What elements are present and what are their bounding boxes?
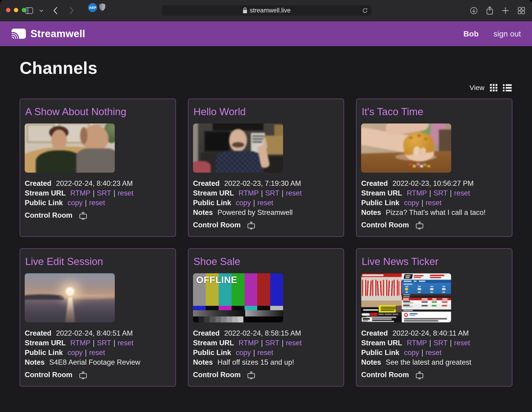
padlock-icon — [243, 7, 247, 14]
public-link-row: Public Link copy|reset — [25, 348, 171, 357]
privacy-shield-icon[interactable] — [99, 3, 106, 12]
created-value: 2022-02-23, 10:56:27 PM — [392, 179, 474, 188]
notes-row: NotesSee the latest and greatest — [361, 357, 507, 367]
public-reset-link[interactable]: reset — [257, 348, 273, 357]
control-room-monitor-icon[interactable] — [415, 221, 424, 229]
created-row: Created2022-02-24, 8:40:11 AM — [361, 328, 507, 338]
url-text: streamwell.live — [250, 7, 290, 14]
rtmp-link[interactable]: RTMP — [238, 339, 259, 347]
app-header: Streamwell Bob sign out — [0, 21, 532, 46]
sidebar-toggle-icon[interactable] — [25, 7, 33, 14]
channel-title[interactable]: Live News Ticker — [361, 256, 507, 267]
channel-title[interactable]: Shoe Sale — [193, 256, 339, 267]
new-tab-icon[interactable] — [502, 7, 509, 15]
streamwell-logo[interactable]: Streamwell — [11, 28, 85, 40]
created-value: 2022-02-24, 8:40:11 AM — [392, 328, 469, 338]
rtmp-link[interactable]: RTMP — [238, 189, 259, 197]
minimize-window-button[interactable] — [14, 8, 18, 12]
list-view-icon[interactable] — [503, 84, 512, 91]
channel-title[interactable]: Live Edit Session — [25, 256, 171, 267]
control-room-monitor-icon[interactable] — [415, 371, 424, 379]
stream-url-row: Stream URL RTMP|SRT|reset — [25, 338, 171, 348]
stream-reset-link[interactable]: reset — [454, 189, 470, 197]
control-room-row: Control Room — [25, 370, 171, 380]
stream-url-row: Stream URL RTMP|SRT|reset — [361, 338, 507, 348]
offline-label: OFFLINE — [196, 275, 237, 285]
sidebar-chevron-down-icon[interactable] — [39, 9, 43, 12]
tab-overview-icon[interactable] — [517, 7, 525, 15]
channel-title[interactable]: Hello World — [193, 106, 339, 117]
rtmp-link[interactable]: RTMP — [70, 189, 90, 197]
public-reset-link[interactable]: reset — [426, 348, 441, 357]
copy-link[interactable]: copy — [236, 199, 251, 207]
adblock-extension-badge[interactable]: ABP — [88, 3, 97, 12]
share-icon[interactable] — [486, 6, 494, 15]
view-label: View — [470, 84, 484, 92]
created-row: Created2022-02-24, 8:40:23 AM — [25, 179, 171, 188]
refresh-icon[interactable] — [362, 7, 368, 14]
channel-thumbnail-offline-test-pattern: OFFLINE — [193, 273, 283, 322]
channel-thumbnail-taco — [361, 123, 451, 173]
srt-link[interactable]: SRT — [433, 189, 447, 197]
user-menu[interactable]: Bob — [463, 29, 479, 38]
channel-card: It's Taco Time — [356, 99, 512, 237]
public-reset-link[interactable]: reset — [89, 348, 105, 357]
channel-grid: A Show About Nothing — [20, 99, 512, 387]
channel-title[interactable]: It's Taco Time — [361, 106, 507, 117]
copy-link[interactable]: copy — [67, 199, 82, 207]
stream-url-row: Stream URL RTMP|SRT|reset — [361, 188, 507, 198]
control-room-monitor-icon[interactable] — [247, 221, 256, 229]
created-value: 2022-02-24, 8:58:15 AM — [224, 328, 301, 338]
srt-link[interactable]: SRT — [433, 339, 447, 347]
rtmp-link[interactable]: RTMP — [407, 339, 427, 347]
address-bar[interactable]: streamwell.live — [161, 5, 372, 16]
srt-link[interactable]: SRT — [97, 189, 111, 197]
public-reset-link[interactable]: reset — [426, 199, 441, 207]
sign-out-link[interactable]: sign out — [494, 29, 521, 38]
control-room-row: Control Room — [193, 370, 339, 380]
channel-thumbnail-sunset — [25, 273, 115, 322]
back-button[interactable] — [53, 7, 58, 15]
created-row: Created2022-02-23, 7:19:30 AM — [193, 179, 339, 188]
public-reset-link[interactable]: reset — [89, 199, 105, 207]
srt-link[interactable]: SRT — [265, 189, 279, 197]
channel-thumbnail-news-broadcast — [361, 273, 451, 322]
channel-thumbnail-webcam — [193, 123, 283, 173]
srt-link[interactable]: SRT — [97, 339, 111, 347]
rtmp-link[interactable]: RTMP — [407, 189, 427, 197]
public-link-row: Public Link copy|reset — [193, 198, 339, 208]
stream-reset-link[interactable]: reset — [454, 339, 470, 347]
notes-value: S4E8 Aerial Footage Review — [49, 357, 140, 367]
copy-link[interactable]: copy — [67, 348, 82, 357]
control-room-monitor-icon[interactable] — [78, 371, 88, 379]
stream-reset-link[interactable]: reset — [117, 339, 133, 347]
channel-card: Shoe Sale OFFLINE — [188, 248, 344, 387]
page-title: Channels — [20, 58, 512, 78]
control-room-row: Control Room — [25, 210, 171, 220]
stream-reset-link[interactable]: reset — [286, 339, 302, 347]
public-reset-link[interactable]: reset — [257, 199, 273, 207]
forward-button[interactable] — [69, 7, 74, 15]
copy-link[interactable]: copy — [236, 348, 251, 357]
control-room-monitor-icon[interactable] — [247, 371, 256, 379]
created-value: 2022-02-24, 8:40:23 AM — [56, 179, 133, 188]
control-room-row: Control Room — [361, 370, 507, 380]
stream-url-row: Stream URL RTMP|SRT|reset — [25, 188, 171, 198]
close-window-button[interactable] — [6, 8, 10, 12]
downloads-icon[interactable] — [470, 7, 478, 15]
created-row: Created2022-02-24, 8:40:51 AM — [25, 328, 171, 338]
browser-window: ABP streamwell.live — [0, 0, 532, 412]
channel-card: Live News Ticker — [356, 248, 512, 387]
stream-reset-link[interactable]: reset — [286, 189, 302, 197]
grid-view-icon[interactable] — [490, 84, 497, 91]
control-room-monitor-icon[interactable] — [78, 211, 88, 220]
channel-title[interactable]: A Show About Nothing — [25, 106, 171, 117]
rtmp-link[interactable]: RTMP — [70, 339, 90, 347]
copy-link[interactable]: copy — [404, 199, 419, 207]
copy-link[interactable]: copy — [404, 348, 419, 357]
srt-link[interactable]: SRT — [265, 339, 279, 347]
stream-reset-link[interactable]: reset — [117, 189, 133, 197]
public-link-row: Public Link copy|reset — [25, 198, 171, 208]
channel-thumbnail-sitcom-scene — [25, 123, 115, 173]
notes-value: See the latest and greatest — [386, 357, 471, 367]
